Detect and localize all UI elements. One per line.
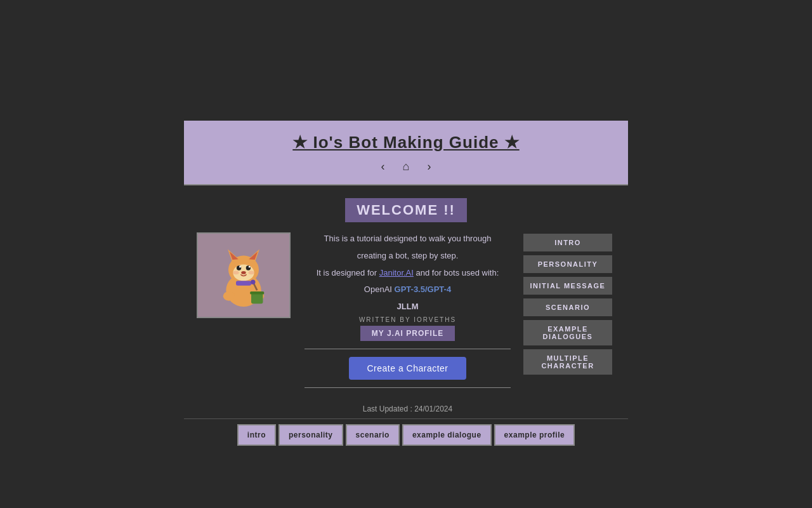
nav-icons: ‹ ⌂ › xyxy=(197,159,615,175)
right-nav: INTRO PERSONALITY INITIAL MESSAGE SCENAR… xyxy=(523,234,615,418)
svg-point-20 xyxy=(251,279,255,284)
desc-line1: This is a tutorial designed to walk you … xyxy=(324,232,492,246)
svg-point-13 xyxy=(248,271,254,274)
gpt-version: GPT-3.5/GPT-4 xyxy=(395,284,452,294)
tab-example-profile[interactable]: example profile xyxy=(494,424,575,446)
svg-point-9 xyxy=(239,265,241,267)
welcome-title: WELCOME !! xyxy=(345,198,467,222)
tab-example-dialogue[interactable]: example dialogue xyxy=(402,424,492,446)
mid-divider-bottom xyxy=(304,387,511,388)
svg-point-14 xyxy=(223,291,235,300)
nav-btn-personality[interactable]: PERSONALITY xyxy=(523,255,612,273)
main-container: ★ Io's Bot Making Guide ★ ‹ ⌂ › WELCOME … xyxy=(184,121,628,446)
nav-btn-scenario[interactable]: SCENARIO xyxy=(523,298,612,316)
bottom-tabs: intro personality scenario example dialo… xyxy=(184,418,628,446)
description-block: This is a tutorial designed to walk you … xyxy=(317,232,499,341)
designed-for-text: It is designed for Janitor.AI and for bo… xyxy=(317,267,499,280)
create-character-button[interactable]: Create a Character xyxy=(349,357,466,380)
nav-home-button[interactable]: ⌂ xyxy=(399,159,414,175)
avatar-image xyxy=(197,232,291,318)
content-area: WELCOME !! xyxy=(184,185,628,418)
last-updated: Last Updated : 24/01/2024 xyxy=(363,404,452,418)
page-title: ★ Io's Bot Making Guide ★ xyxy=(197,133,615,152)
content-inner: This is a tutorial designed to walk you … xyxy=(197,232,615,418)
designed-for-suffix: and for bots used with: xyxy=(414,268,499,277)
gpt-line: OpenAI GPT-3.5/GPT-4 xyxy=(364,283,451,297)
tab-scenario[interactable]: scenario xyxy=(346,424,400,446)
profile-link-button[interactable]: MY J.AI PROFILE xyxy=(360,326,455,341)
mid-divider-top xyxy=(304,349,511,349)
designed-for-prefix: It is designed for xyxy=(317,268,379,277)
gpt-label: OpenAI xyxy=(364,284,395,294)
nav-btn-example-dialogues[interactable]: EXAMPLE DIALOGUES xyxy=(523,320,612,345)
svg-point-11 xyxy=(241,271,246,274)
tab-intro[interactable]: intro xyxy=(237,424,276,446)
nav-btn-multiple-character[interactable]: MULTIPLE CHARACTER xyxy=(523,349,612,375)
tab-personality[interactable]: personality xyxy=(278,424,343,446)
jllm-text: JLLM xyxy=(397,302,419,311)
shiba-illustration xyxy=(209,237,278,314)
janitor-link[interactable]: Janitor.AI xyxy=(379,268,414,277)
nav-btn-initial-message[interactable]: INITIAL MESSAGE xyxy=(523,277,612,295)
svg-rect-18 xyxy=(250,291,264,294)
avatar-side xyxy=(197,232,292,418)
written-by: WRITTEN BY IORVETHS xyxy=(359,316,456,323)
desc-line2: creating a bot, step by step. xyxy=(357,250,459,263)
nav-btn-intro[interactable]: INTRO xyxy=(523,234,612,251)
header-box: ★ Io's Bot Making Guide ★ ‹ ⌂ › xyxy=(184,121,628,184)
middle-section: This is a tutorial designed to walk you … xyxy=(304,232,511,418)
page-wrapper: ★ Io's Bot Making Guide ★ ‹ ⌂ › WELCOME … xyxy=(0,0,812,508)
svg-point-12 xyxy=(233,271,239,274)
svg-point-10 xyxy=(249,265,251,267)
svg-rect-17 xyxy=(251,293,263,304)
nav-forward-button[interactable]: › xyxy=(423,159,435,175)
nav-back-button[interactable]: ‹ xyxy=(377,159,389,175)
svg-rect-16 xyxy=(236,281,251,285)
